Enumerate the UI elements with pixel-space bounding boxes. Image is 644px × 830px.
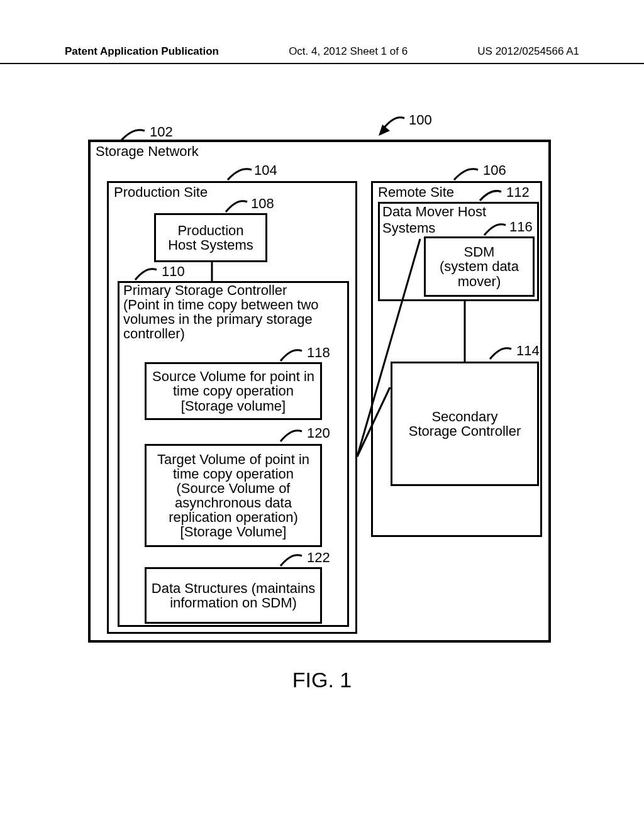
primary-storage-controller-box: Primary Storage Controller (Point in tim… (118, 281, 349, 627)
figure-caption: FIG. 1 (0, 668, 644, 692)
sdm-label: SDM (system data mover) (440, 245, 519, 288)
ref-114: 114 (516, 343, 540, 359)
ref-120: 120 (307, 425, 330, 441)
ref-104: 104 (254, 162, 277, 179)
secondary-controller-label: Secondary Storage Controller (409, 409, 521, 438)
production-host-label: Production Host Systems (168, 223, 253, 252)
primary-controller-title: Primary Storage Controller (Point in tim… (123, 283, 347, 341)
svg-marker-0 (379, 124, 390, 136)
remote-site-title: Remote Site (378, 184, 454, 201)
data-structures-label: Data Structures (maintains information o… (150, 581, 316, 610)
lead-100 (370, 111, 414, 142)
lead-120 (275, 426, 310, 445)
ref-106: 106 (483, 162, 506, 179)
line-prodhost-to-primary (211, 262, 213, 281)
target-volume-box: Target Volume of point in time copy oper… (145, 444, 322, 547)
production-host-box: Production Host Systems (154, 213, 267, 262)
source-volume-box: Source Volume for point in time copy ope… (145, 362, 322, 420)
header-right: US 2012/0254566 A1 (477, 45, 579, 58)
production-site-title: Production Site (114, 184, 208, 201)
ref-100: 100 (409, 112, 432, 128)
ref-122: 122 (307, 550, 330, 566)
page-header: Patent Application Publication Oct. 4, 2… (0, 0, 644, 64)
svg-line-4 (357, 387, 390, 456)
ref-110: 110 (162, 263, 185, 280)
header-center: Oct. 4, 2012 Sheet 1 of 6 (289, 45, 408, 58)
ref-102: 102 (150, 124, 173, 140)
sdm-box: SDM (system data mover) (424, 236, 535, 297)
lead-114 (485, 344, 519, 363)
figure-area: 100 102 Storage Network 104 106 Producti… (0, 64, 644, 820)
line-dmhost-to-secctrl (464, 301, 466, 362)
ref-108: 108 (251, 196, 274, 212)
storage-network-box: Storage Network 104 106 Production Site … (88, 140, 551, 643)
ref-112: 112 (506, 184, 530, 201)
data-structures-box: Data Structures (maintains information o… (145, 567, 322, 624)
header-left: Patent Application Publication (65, 45, 219, 58)
line-target-to-secondary (357, 387, 390, 456)
source-volume-label: Source Volume for point in time copy ope… (150, 369, 316, 412)
ref-118: 118 (307, 345, 330, 361)
target-volume-label: Target Volume of point in time copy oper… (150, 452, 316, 540)
storage-network-title: Storage Network (96, 143, 199, 160)
production-site-box: Production Site 108 Production Host Syst… (107, 181, 357, 634)
ref-116: 116 (509, 219, 533, 235)
